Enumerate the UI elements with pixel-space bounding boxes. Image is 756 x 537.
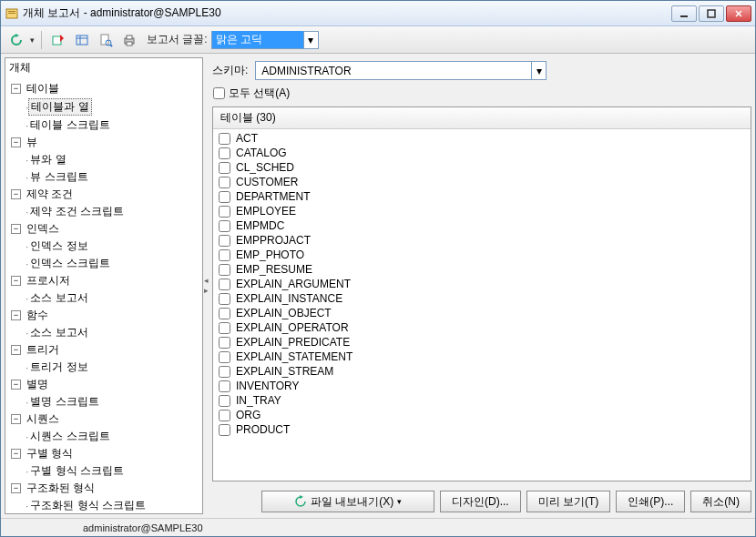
- table-checkbox[interactable]: [219, 249, 230, 261]
- table-list-body[interactable]: ACTCATALOGCL_SCHEDCUSTOMERDEPARTMENTEMPL…: [213, 129, 751, 481]
- tree-toggle-icon[interactable]: −: [11, 137, 21, 147]
- table-checkbox[interactable]: [219, 410, 230, 421]
- table-checkbox[interactable]: [219, 380, 230, 392]
- print-button[interactable]: [119, 30, 139, 50]
- tree-item-label[interactable]: 시퀀스 스크립트: [28, 429, 111, 444]
- tree-toggle-icon[interactable]: −: [11, 345, 21, 355]
- tree-item-label[interactable]: 뷰 스크립트: [28, 169, 89, 185]
- tree-toggle-icon[interactable]: −: [11, 449, 21, 459]
- tree-item-label[interactable]: 별명 스크립트: [28, 394, 100, 410]
- tree-group[interactable]: −제약 조건: [5, 186, 202, 203]
- tree-group-label[interactable]: 시퀀스: [25, 411, 61, 427]
- table-row[interactable]: EXPLAIN_INSTANCE: [219, 291, 745, 306]
- table-row[interactable]: INVENTORY: [219, 379, 745, 393]
- tree-item-label[interactable]: 인덱스 정보: [28, 238, 89, 254]
- table-row[interactable]: EMPPROJACT: [219, 233, 745, 248]
- table-row[interactable]: EXPLAIN_STREAM: [219, 364, 745, 379]
- tree-toggle-icon[interactable]: −: [11, 276, 21, 286]
- table-checkbox[interactable]: [219, 366, 230, 378]
- tree-item[interactable]: · 별명 스크립트: [5, 393, 202, 410]
- close-button[interactable]: [726, 5, 751, 22]
- tree-toggle-icon[interactable]: −: [11, 414, 21, 424]
- table-checkbox[interactable]: [219, 206, 230, 218]
- table-row[interactable]: CUSTOMER: [219, 175, 745, 189]
- tree-group[interactable]: −구조화된 형식: [5, 480, 202, 497]
- table-checkbox[interactable]: [219, 177, 230, 188]
- tree-item[interactable]: · 구별 형식 스크립트: [5, 462, 202, 480]
- tree-toggle-icon[interactable]: −: [11, 483, 21, 493]
- tree-item-label[interactable]: 트리거 정보: [28, 360, 89, 375]
- table-checkbox[interactable]: [219, 264, 230, 276]
- select-all-input[interactable]: [213, 87, 225, 99]
- tree-group[interactable]: −프로시저: [5, 272, 202, 289]
- tree-group-label[interactable]: 테이블: [25, 81, 61, 96]
- tree-group[interactable]: −시퀀스: [5, 410, 202, 428]
- tree-item[interactable]: · 소스 보고서: [5, 324, 202, 341]
- font-select[interactable]: 맑은 고딕 ▾: [211, 31, 319, 49]
- table-checkbox[interactable]: [219, 308, 230, 319]
- select-all-checkbox[interactable]: 모두 선택(A): [212, 86, 751, 101]
- tree-item[interactable]: · 시퀀스 스크립트: [5, 428, 202, 445]
- tree-item[interactable]: · 구조화된 형식 스크립트: [5, 497, 202, 514]
- tree-item[interactable]: · 테이블과 열: [5, 97, 202, 117]
- tree-group[interactable]: −뷰: [5, 134, 202, 151]
- preview-button[interactable]: 미리 보기(T): [526, 491, 611, 512]
- table-row[interactable]: PRODUCT: [219, 422, 745, 437]
- table-checkbox[interactable]: [219, 424, 230, 436]
- table-row[interactable]: EMPMDC: [219, 218, 745, 233]
- tree-group-label[interactable]: 별명: [25, 377, 50, 392]
- table-row[interactable]: EXPLAIN_STATEMENT: [219, 350, 745, 364]
- tree-item[interactable]: · 테이블 스크립트: [5, 117, 202, 134]
- design-button[interactable]: [72, 30, 92, 50]
- table-checkbox[interactable]: [219, 322, 230, 334]
- schema-select[interactable]: ADMINISTRATOR ▾: [255, 61, 547, 80]
- tree-toggle-icon[interactable]: −: [11, 84, 21, 94]
- table-row[interactable]: EMP_RESUME: [219, 262, 745, 277]
- tree-toggle-icon[interactable]: −: [11, 224, 21, 234]
- tree-group-label[interactable]: 뷰: [25, 135, 39, 150]
- table-row[interactable]: EXPLAIN_OPERATOR: [219, 320, 745, 335]
- tree-item-label[interactable]: 구별 형식 스크립트: [28, 463, 126, 479]
- tree-group[interactable]: −테이블: [5, 80, 202, 97]
- table-checkbox[interactable]: [219, 395, 230, 407]
- export-button[interactable]: [48, 30, 68, 50]
- tree-group-label[interactable]: 제약 조건: [25, 187, 75, 202]
- tree-toggle-icon[interactable]: −: [11, 310, 21, 320]
- table-row[interactable]: EXPLAIN_OBJECT: [219, 306, 745, 320]
- tree-item-label[interactable]: 뷰와 열: [28, 152, 67, 167]
- tree-item-label[interactable]: 소스 보고서: [28, 290, 89, 306]
- tree-item-label[interactable]: 제약 조건 스크립트: [28, 204, 126, 219]
- table-row[interactable]: EXPLAIN_PREDICATE: [219, 335, 745, 350]
- tree-toggle-icon[interactable]: −: [11, 380, 21, 390]
- tree-item-label[interactable]: 소스 보고서: [28, 325, 89, 340]
- cancel-button[interactable]: 취소(N): [690, 491, 751, 512]
- table-row[interactable]: EXPLAIN_ARGUMENT: [219, 277, 745, 291]
- table-row[interactable]: DEPARTMENT: [219, 189, 745, 204]
- tree-item-label[interactable]: 인덱스 스크립트: [28, 256, 111, 271]
- table-checkbox[interactable]: [219, 133, 230, 145]
- tree-item[interactable]: · 뷰 스크립트: [5, 168, 202, 186]
- tree-item[interactable]: · 제약 조건 스크립트: [5, 203, 202, 220]
- maximize-button[interactable]: [699, 5, 724, 22]
- table-checkbox[interactable]: [219, 191, 230, 203]
- table-row[interactable]: ACT: [219, 131, 745, 146]
- tree-item[interactable]: · 소스 보고서: [5, 289, 202, 307]
- tree-item-label[interactable]: 구조화된 형식 스크립트: [28, 498, 148, 513]
- table-checkbox[interactable]: [219, 162, 230, 174]
- tree-group-label[interactable]: 구별 형식: [25, 446, 75, 461]
- tree-group-label[interactable]: 구조화된 형식: [25, 481, 97, 496]
- minimize-button[interactable]: [671, 5, 697, 22]
- table-checkbox[interactable]: [219, 235, 230, 247]
- design-button[interactable]: 디자인(D)...: [440, 491, 521, 512]
- table-row[interactable]: ORG: [219, 408, 745, 422]
- table-row[interactable]: CATALOG: [219, 146, 745, 160]
- table-row[interactable]: CL_SCHED: [219, 160, 745, 175]
- tree-item[interactable]: · 뷰와 열: [5, 151, 202, 168]
- tree-group-label[interactable]: 트리거: [25, 342, 61, 358]
- table-checkbox[interactable]: [219, 337, 230, 349]
- tree-group-label[interactable]: 함수: [25, 308, 50, 323]
- table-row[interactable]: IN_TRAY: [219, 393, 745, 408]
- tree-group-label[interactable]: 인덱스: [25, 221, 61, 237]
- table-checkbox[interactable]: [219, 293, 230, 305]
- tree-group[interactable]: −트리거: [5, 341, 202, 359]
